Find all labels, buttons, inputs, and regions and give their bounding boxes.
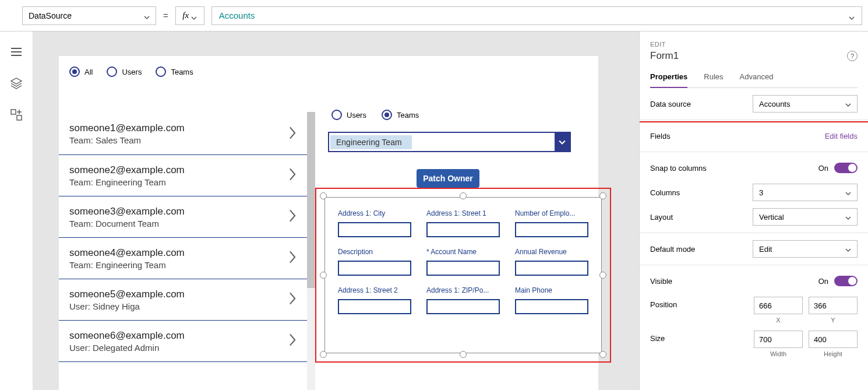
position-x-input[interactable]	[754, 297, 803, 314]
owner-type-radio-group: Users Teams	[331, 110, 419, 120]
x-label: X	[776, 317, 780, 324]
list-item[interactable]: someone5@example.comUser: Sidney Higa	[59, 279, 307, 320]
field-label: Number of Emplo...	[515, 209, 588, 217]
layout-label: Layout	[650, 213, 673, 222]
scrollbar-thumb[interactable]	[307, 112, 315, 288]
tab-advanced[interactable]: Advanced	[740, 72, 774, 87]
radio-label: Teams	[397, 111, 419, 120]
radio-label: All	[84, 68, 93, 76]
hamburger-icon[interactable]	[10, 45, 23, 58]
data-source-value: Accounts	[759, 100, 790, 108]
form-field: Account Name	[426, 248, 500, 276]
field-input[interactable]	[338, 222, 411, 237]
size-height-input[interactable]	[809, 331, 858, 348]
formula-input[interactable]: Accounts	[211, 6, 862, 25]
visible-toggle[interactable]	[834, 276, 858, 286]
form-field: Address 1: ZIP/Po...	[426, 286, 500, 314]
field-label: Annual Revenue	[515, 248, 588, 256]
radio-users[interactable]: Users	[331, 110, 366, 120]
scrollbar[interactable]	[307, 112, 315, 390]
left-rail	[0, 31, 33, 390]
size-width-input[interactable]	[754, 331, 803, 348]
width-label: Width	[770, 350, 786, 357]
radio-icon	[107, 66, 117, 77]
list-item-title: someone4@example.com	[69, 247, 185, 259]
chevron-down-icon	[144, 13, 150, 19]
default-mode-label: Default mode	[650, 245, 695, 254]
add-component-icon[interactable]	[10, 108, 23, 121]
chevron-down-icon	[845, 246, 851, 252]
radio-icon	[331, 110, 342, 120]
list-item-subtitle: User: Sidney Higa	[69, 301, 185, 311]
properties-panel: EDIT Form1 ? Properties Rules Advanced D…	[639, 31, 868, 390]
list-item-title: someone5@example.com	[69, 289, 185, 300]
resize-handle[interactable]	[460, 351, 467, 358]
radio-all[interactable]: All	[69, 66, 93, 77]
columns-select[interactable]: 3	[753, 184, 858, 201]
list-item-title: someone6@example.com	[69, 330, 185, 342]
resize-handle[interactable]	[599, 192, 606, 199]
list-item[interactable]: someone4@example.comTeam: Engineering Te…	[59, 237, 307, 279]
field-input[interactable]	[426, 261, 500, 276]
resize-handle[interactable]	[320, 192, 327, 199]
layers-icon[interactable]	[10, 77, 23, 90]
list-item-title: someone2@example.com	[69, 164, 185, 176]
columns-value: 3	[759, 188, 763, 197]
resize-handle[interactable]	[320, 351, 327, 358]
data-source-select[interactable]: Accounts	[753, 95, 858, 113]
edit-fields-link[interactable]: Edit fields	[825, 132, 858, 140]
list-item-title: someone1@example.com	[69, 122, 185, 134]
list-item-subtitle: User: Delegated Admin	[69, 343, 185, 353]
resize-handle[interactable]	[320, 272, 327, 279]
help-icon[interactable]: ?	[847, 51, 858, 61]
app-screen: All Users Teams someone1@example.comTeam…	[59, 56, 598, 390]
field-input[interactable]	[515, 299, 588, 314]
snap-toggle[interactable]	[834, 163, 858, 173]
team-dropdown[interactable]: Engineering Team	[328, 132, 571, 152]
svg-rect-0	[11, 110, 16, 114]
resize-handle[interactable]	[599, 272, 606, 279]
list-item[interactable]: someone6@example.comUser: Delegated Admi…	[59, 320, 307, 361]
visible-label: Visible	[650, 277, 672, 286]
resize-handle[interactable]	[599, 351, 606, 358]
property-selector[interactable]: DataSource	[22, 6, 156, 25]
list-item[interactable]: someone1@example.comTeam: Sales Team	[59, 113, 307, 154]
resize-handle[interactable]	[460, 192, 467, 199]
default-mode-select[interactable]: Edit	[753, 240, 858, 258]
field-input[interactable]	[515, 261, 588, 276]
canvas[interactable]: All Users Teams someone1@example.comTeam…	[33, 31, 639, 390]
field-input[interactable]	[515, 222, 588, 237]
field-label: Address 1: City	[338, 209, 411, 217]
field-input[interactable]	[338, 261, 411, 276]
field-input[interactable]	[426, 299, 500, 314]
list-item[interactable]: someone3@example.comTeam: Document Team	[59, 196, 307, 237]
chevron-right-icon	[288, 127, 297, 142]
layout-select[interactable]: Vertical	[753, 208, 858, 226]
tab-rules[interactable]: Rules	[704, 72, 723, 87]
position-y-input[interactable]	[809, 297, 858, 314]
tab-properties[interactable]: Properties	[650, 72, 687, 88]
radio-icon	[156, 66, 166, 77]
radio-label: Users	[122, 68, 142, 76]
radio-users[interactable]: Users	[107, 66, 142, 77]
field-input[interactable]	[338, 299, 411, 314]
radio-teams[interactable]: Teams	[382, 110, 419, 120]
svg-rect-1	[17, 115, 22, 120]
list-item-subtitle: Team: Engineering Team	[69, 260, 185, 270]
patch-owner-button[interactable]: Patch Owner	[417, 169, 479, 188]
fx-button[interactable]: fx	[175, 6, 204, 25]
form-field: Address 1: Street 2	[338, 286, 411, 314]
team-dropdown-value: Engineering Team	[330, 135, 412, 149]
field-label: Account Name	[426, 248, 500, 256]
chevron-right-icon	[288, 209, 297, 224]
chevron-right-icon	[288, 168, 297, 183]
data-source-label: Data source	[650, 100, 691, 108]
chevron-down-icon	[849, 13, 855, 19]
chevron-down-icon	[845, 214, 851, 220]
visible-value: On	[818, 277, 828, 286]
radio-teams[interactable]: Teams	[156, 66, 193, 77]
form-control[interactable]: Address 1: CityAddress 1: Street 1Number…	[324, 197, 602, 353]
field-input[interactable]	[426, 222, 500, 237]
list-item[interactable]: someone2@example.comTeam: Engineering Te…	[59, 154, 307, 196]
chevron-right-icon	[288, 333, 297, 349]
